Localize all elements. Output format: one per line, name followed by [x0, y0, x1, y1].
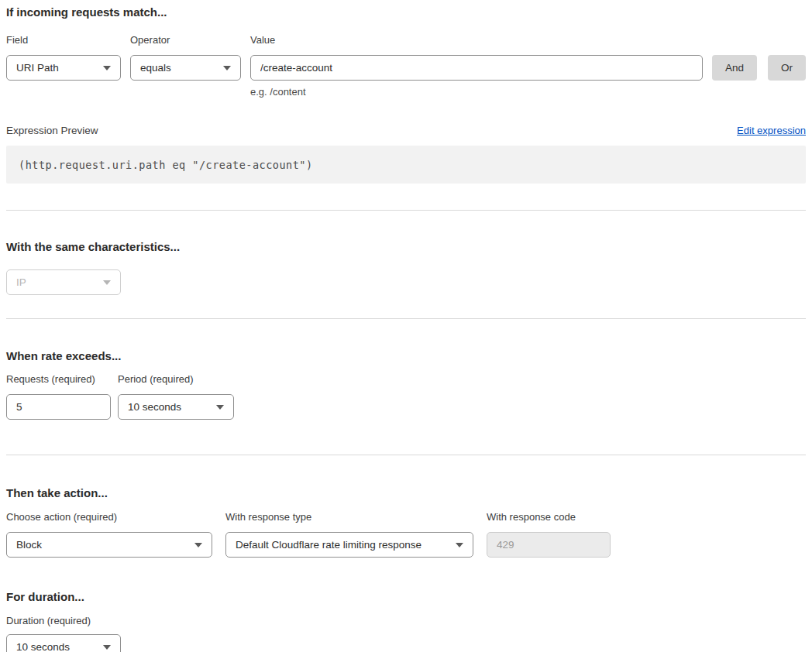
choose-action-label: Choose action (required) — [6, 511, 212, 523]
chevron-down-icon — [103, 66, 111, 70]
requests-label: Requests (required) — [6, 373, 111, 386]
chevron-down-icon — [216, 405, 224, 410]
or-button[interactable]: Or — [768, 55, 806, 81]
rate-row: Requests (required) Period (required) 10… — [6, 373, 806, 420]
value-label: Value — [250, 34, 703, 46]
chevron-down-icon — [456, 543, 463, 547]
duration-select[interactable]: 10 seconds — [6, 634, 121, 652]
field-select-value: URI Path — [16, 62, 59, 74]
expression-preview-box: (http.request.uri.path eq "/create-accou… — [6, 146, 806, 184]
rate-section-heading: When rate exceeds... — [6, 349, 806, 363]
response-type-select[interactable]: Default Cloudflare rate limiting respons… — [225, 532, 473, 558]
response-code-label: With response code — [487, 511, 611, 523]
section-divider — [6, 210, 806, 211]
operator-label: Operator — [130, 34, 241, 46]
match-builder-row: Field URI Path Operator equals Value e.g… — [6, 34, 806, 98]
chevron-down-icon — [194, 543, 202, 547]
action-section-heading: Then take action... — [6, 486, 806, 500]
requests-input[interactable] — [6, 394, 111, 420]
expression-preview-label: Expression Preview — [6, 125, 98, 136]
chevron-down-icon — [103, 280, 111, 285]
value-hint: e.g. /content — [250, 86, 703, 98]
characteristic-select-value: IP — [16, 276, 26, 288]
response-type-select-value: Default Cloudflare rate limiting respons… — [236, 539, 421, 551]
action-row: Choose action (required) Block With resp… — [6, 511, 806, 558]
action-select[interactable]: Block — [6, 532, 212, 558]
period-select-value: 10 seconds — [128, 401, 181, 413]
field-label: Field — [6, 34, 121, 46]
characteristic-select: IP — [6, 269, 121, 295]
logic-buttons: And Or — [712, 55, 806, 81]
and-button[interactable]: And — [712, 55, 757, 81]
operator-select[interactable]: equals — [130, 55, 241, 81]
operator-select-value: equals — [140, 62, 171, 74]
duration-select-value: 10 seconds — [16, 641, 70, 652]
section-divider — [6, 318, 806, 319]
action-select-value: Block — [16, 539, 42, 551]
period-label: Period (required) — [118, 373, 234, 386]
duration-section-heading: For duration... — [6, 590, 806, 604]
section-divider — [6, 455, 806, 455]
expression-text: (http.request.uri.path eq "/create-accou… — [19, 159, 313, 171]
period-select[interactable]: 10 seconds — [118, 394, 234, 420]
duration-label: Duration (required) — [6, 615, 806, 627]
chevron-down-icon — [223, 66, 231, 70]
expression-preview-header: Expression Preview Edit expression — [6, 125, 806, 136]
characteristics-section-heading: With the same characteristics... — [6, 240, 806, 254]
value-input[interactable] — [250, 55, 703, 81]
match-section-heading: If incoming requests match... — [6, 5, 806, 19]
chevron-down-icon — [103, 645, 111, 650]
field-select[interactable]: URI Path — [6, 55, 121, 81]
edit-expression-link[interactable]: Edit expression — [737, 125, 806, 136]
response-type-label: With response type — [225, 511, 473, 523]
response-code-input — [487, 532, 611, 558]
